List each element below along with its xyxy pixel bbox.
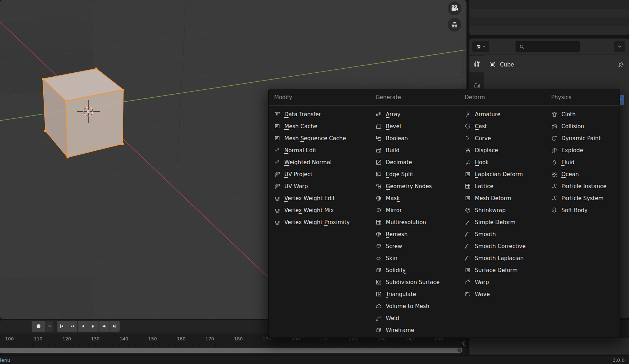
- menu-item-surface-deform[interactable]: Surface Deform: [465, 264, 547, 276]
- auto-keying-button[interactable]: [32, 321, 45, 332]
- menu-item-edge-split[interactable]: Edge Split: [376, 168, 460, 180]
- menu-item-lattice[interactable]: Lattice: [465, 180, 547, 192]
- ruler-tick: [78, 343, 79, 346]
- menu-item-particle-instance[interactable]: Particle Instance: [551, 180, 616, 192]
- editor-type-button[interactable]: [472, 41, 489, 52]
- scrollbar-zoom-handle[interactable]: [457, 348, 461, 352]
- keying-options-button[interactable]: [46, 321, 53, 332]
- play-button[interactable]: [88, 321, 99, 332]
- menu-item-wireframe[interactable]: Wireframe: [376, 324, 460, 336]
- pin-icon[interactable]: [618, 62, 624, 68]
- ruler-tick: [330, 343, 330, 346]
- smooth-icon: [465, 231, 471, 237]
- ocean-icon: [551, 171, 557, 177]
- menu-item-data-transfer[interactable]: Data Transfer: [274, 108, 369, 120]
- menu-item-mesh-cache[interactable]: Mesh Cache: [274, 120, 369, 132]
- menu-item-curve[interactable]: Curve: [465, 132, 547, 144]
- menu-item-armature[interactable]: Armature: [465, 108, 547, 120]
- menu-item-boolean[interactable]: Boolean: [376, 132, 460, 144]
- array-icon: [376, 111, 382, 117]
- ruler-tick: [129, 343, 130, 346]
- menu-item-volume-to-mesh[interactable]: Volume to Mesh: [376, 300, 460, 312]
- menu-item-uv-project[interactable]: UV Project: [274, 168, 369, 180]
- menu-item-mirror[interactable]: Mirror: [376, 204, 460, 216]
- menu-item-ocean[interactable]: Ocean: [551, 168, 616, 180]
- jump-to-end-button[interactable]: [109, 321, 120, 332]
- ruler-tick: [347, 343, 347, 346]
- menu-item-label: Soft Body: [561, 207, 588, 214]
- ruler-tick: [393, 343, 393, 346]
- properties-search-input[interactable]: [516, 41, 580, 52]
- mask-icon: [376, 195, 382, 201]
- menu-item-fluid[interactable]: Fluid: [551, 156, 616, 168]
- ruler-tick: [336, 343, 336, 346]
- menu-item-decimate[interactable]: Decimate: [376, 156, 460, 168]
- menu-item-array[interactable]: Array: [376, 108, 460, 120]
- menu-item-cloth[interactable]: Cloth: [551, 108, 616, 120]
- menu-item-remesh[interactable]: Remesh: [376, 228, 460, 240]
- menu-item-collision[interactable]: Collision: [551, 120, 616, 132]
- menu-item-soft-body[interactable]: Soft Body: [551, 204, 616, 216]
- ruler-tick: [227, 343, 227, 346]
- menu-item-smooth[interactable]: Smooth: [465, 228, 547, 240]
- menu-item-explode[interactable]: Explode: [551, 144, 616, 156]
- previous-keyframe-button[interactable]: [67, 321, 77, 332]
- camera-view-button[interactable]: [448, 1, 461, 15]
- menu-item-vertex-weight-proximity[interactable]: Vertex Weight Proximity: [274, 216, 369, 228]
- ruler-tick: [32, 343, 33, 346]
- menu-item-displace[interactable]: Displace: [465, 144, 547, 156]
- menu-item-vertex-weight-mix[interactable]: Vertex Weight Mix: [274, 204, 369, 216]
- region-collapse-chevron[interactable]: [460, 341, 466, 347]
- menu-item-label: Geometry Nodes: [386, 183, 432, 190]
- menu-item-cast[interactable]: Cast: [465, 120, 547, 132]
- menu-item-laplacian-deform[interactable]: Laplacian Deform: [465, 168, 547, 180]
- menu-item-skin[interactable]: Skin: [376, 252, 460, 264]
- menu-item-label: Dynamic Paint: [561, 135, 601, 142]
- menu-item-warp[interactable]: Warp: [465, 276, 547, 288]
- menu-item-label: Ocean: [561, 171, 579, 178]
- ruler-tick: [273, 343, 273, 346]
- blender-version: 3.0.0: [613, 357, 625, 363]
- menu-item-geometry-nodes[interactable]: Geometry Nodes: [376, 180, 460, 192]
- menu-item-weld[interactable]: Weld: [376, 312, 460, 324]
- menu-item-bevel[interactable]: Bevel: [376, 120, 460, 132]
- menu-item-screw[interactable]: Screw: [376, 240, 460, 252]
- orthographic-toggle-button[interactable]: [448, 18, 461, 32]
- menu-item-solidify[interactable]: Solidify: [376, 264, 460, 276]
- menu-item-vertex-weight-edit[interactable]: Vertex Weight Edit: [274, 192, 369, 204]
- menu-item-mesh-deform[interactable]: Mesh Deform: [465, 192, 547, 204]
- menu-item-weighted-normal[interactable]: Weighted Normal: [274, 156, 369, 168]
- horizontal-scrollbar[interactable]: [0, 348, 462, 353]
- menu-item-label: Boolean: [386, 135, 408, 142]
- menu-item-uv-warp[interactable]: UV Warp: [274, 180, 369, 192]
- menu-item-triangulate[interactable]: Triangulate: [376, 288, 460, 300]
- menu-item-smooth-laplacian[interactable]: Smooth Laplacian: [465, 252, 547, 264]
- ruler-tick: [398, 343, 399, 346]
- properties-options-button[interactable]: [614, 41, 625, 52]
- remesh-icon: [376, 231, 382, 237]
- ruler-tick: [124, 343, 124, 346]
- menu-item-hook[interactable]: Hook: [465, 156, 547, 168]
- tab-tool[interactable]: [469, 56, 484, 72]
- menu-item-mask[interactable]: Mask: [376, 192, 460, 204]
- ruler-tick: [341, 343, 342, 346]
- outliner-panel[interactable]: [469, 0, 629, 35]
- menu-item-multiresolution[interactable]: Multiresolution: [376, 216, 460, 228]
- menu-item-label: Laplacian Deform: [475, 171, 523, 178]
- play-reverse-button[interactable]: [78, 321, 88, 332]
- normal-edit-icon: [274, 147, 280, 153]
- jump-to-start-button[interactable]: [57, 321, 67, 332]
- menu-item-subdivision-surface[interactable]: Subdivision Surface: [376, 276, 460, 288]
- mesh-sequence-cache-icon: [274, 135, 280, 141]
- menu-item-dynamic-paint[interactable]: Dynamic Paint: [551, 132, 616, 144]
- menu-item-build[interactable]: Build: [376, 144, 460, 156]
- menu-item-particle-system[interactable]: Particle System: [551, 192, 616, 204]
- menu-item-shrinkwrap[interactable]: Shrinkwrap: [465, 204, 547, 216]
- menu-item-normal-edit[interactable]: Normal Edit: [274, 144, 369, 156]
- menu-item-smooth-corrective[interactable]: Smooth Corrective: [465, 240, 547, 252]
- next-keyframe-button[interactable]: [99, 321, 109, 332]
- menu-item-wave[interactable]: Wave: [465, 288, 547, 300]
- ruler-tick: [169, 343, 170, 346]
- menu-item-simple-deform[interactable]: Simple Deform: [465, 216, 547, 228]
- menu-item-mesh-sequence-cache[interactable]: Mesh Sequence Cache: [274, 132, 369, 144]
